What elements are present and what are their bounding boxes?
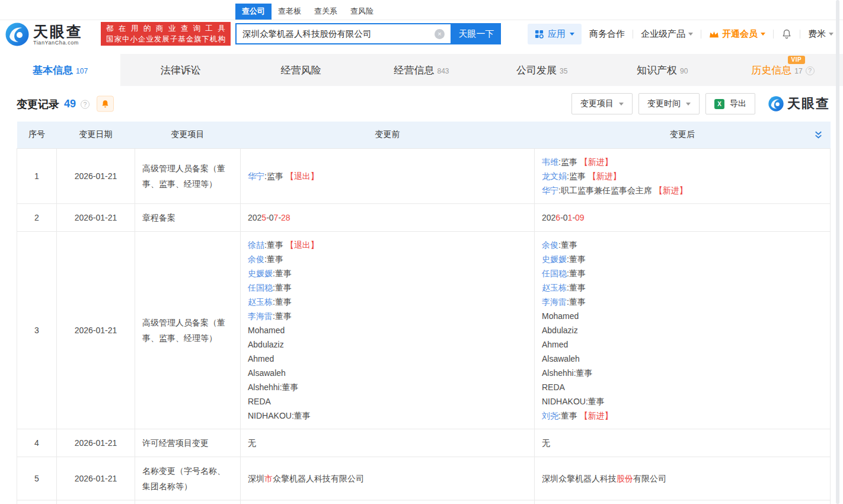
collapse-all-icon[interactable] — [813, 129, 823, 140]
help-icon[interactable]: ? — [806, 66, 815, 75]
person-link[interactable]: 徐喆 — [248, 240, 264, 250]
filter-change-item-button[interactable]: 变更项目 — [571, 93, 633, 114]
cell-line: 2025-07-28 — [248, 210, 527, 225]
column-header-date: 变更日期 — [57, 122, 135, 148]
change-tag: 【退出】 — [286, 240, 319, 250]
text-segment: Ahmed — [248, 354, 274, 363]
promo-line1: 都在用的商业查询工具 — [106, 23, 225, 34]
caret-down-icon — [761, 33, 765, 38]
notifications-button[interactable] — [781, 28, 792, 40]
search-tab-company[interactable]: 查公司 — [235, 4, 272, 20]
cell — [241, 500, 535, 504]
cell-date: 2026-01-21 — [57, 148, 135, 203]
menu-enterprise-products[interactable]: 企业级产品 — [641, 28, 693, 40]
caret-down-icon — [619, 103, 624, 108]
subscribe-bell-button[interactable] — [97, 96, 114, 112]
tab-business-info[interactable]: 经营信息843 — [361, 54, 481, 86]
tab-operation-risk[interactable]: 经营风险 — [241, 54, 361, 86]
text-segment: :董事 — [264, 254, 283, 264]
cell-date: 2026-01-21 — [57, 457, 135, 500]
person-link[interactable]: 余俊 — [248, 254, 264, 264]
cell-after: 深圳众擎机器人科技股份有限公司 — [535, 457, 831, 500]
cell-line: 赵玉栋:董事 — [248, 295, 527, 309]
search-box: × — [235, 23, 452, 44]
text-segment: :董事 — [567, 269, 586, 278]
menu-business-cooperation[interactable]: 商务合作 — [589, 28, 625, 40]
cell — [135, 500, 241, 504]
tab-label: 法律诉讼 — [161, 63, 201, 77]
person-link[interactable]: 任国稳 — [542, 269, 567, 278]
filter-change-time-button[interactable]: 变更时间 — [638, 93, 700, 114]
clear-search-icon[interactable]: × — [435, 29, 445, 39]
person-link[interactable]: 余俊 — [542, 240, 558, 250]
cell-after: 韦维:监事 【新进】龙文娟:监事 【新进】华宁:职工监事兼任监事会主席 【新进】 — [535, 148, 831, 203]
divider — [773, 30, 774, 39]
change-tag: 股份 — [617, 474, 633, 483]
change-tag: 28 — [281, 213, 290, 222]
cell-line: Mohamed — [248, 323, 527, 337]
caret-down-icon — [688, 33, 693, 38]
export-button[interactable]: X 导出 — [705, 93, 755, 114]
person-link[interactable]: 华宁 — [542, 186, 558, 195]
cell-no: 4 — [17, 429, 57, 457]
search-tab-relation[interactable]: 查关系 — [308, 4, 344, 20]
tab-development[interactable]: 公司发展35 — [482, 54, 602, 86]
tab-history-info[interactable]: 历史信息17VIP? — [723, 54, 843, 86]
person-link[interactable]: 任国稳 — [248, 283, 273, 292]
search-input[interactable] — [242, 29, 435, 39]
text-segment: REDA — [542, 382, 565, 392]
cell-line: Abdulaziz — [248, 337, 527, 352]
cell-before: 徐喆:董事 【退出】余俊:董事史媛媛:董事任国稳:董事赵玉栋:董事李海雷:董事M… — [241, 231, 535, 429]
cell-date: 2026-01-21 — [57, 203, 135, 231]
user-menu[interactable]: 费米 — [808, 28, 834, 40]
open-vip-button[interactable]: 开通会员 — [709, 28, 765, 40]
cell — [535, 500, 831, 504]
apps-menu[interactable]: 应用 — [528, 24, 582, 44]
person-link[interactable]: 华宁 — [248, 171, 264, 181]
help-icon[interactable]: ? — [81, 100, 90, 109]
tab-basic-info[interactable]: 基本信息107 — [0, 54, 120, 86]
search-button[interactable]: 天眼一下 — [452, 23, 501, 44]
person-link[interactable]: 李海雷 — [248, 311, 273, 321]
cell-item: 章程备案 — [135, 203, 241, 231]
change-tag: 5 — [261, 213, 266, 222]
person-link[interactable]: 赵玉栋 — [542, 283, 567, 292]
search-tab-risk[interactable]: 查风险 — [344, 4, 380, 20]
change-tag: 09 — [575, 213, 585, 222]
cell-before: 深圳市众擎机器人科技有限公司 — [241, 457, 535, 500]
tab-legal[interactable]: 法律诉讼 — [120, 54, 241, 86]
person-link[interactable]: 韦维 — [542, 157, 558, 167]
cell-line: REDA — [248, 394, 527, 409]
cell-line: Alsawaleh — [542, 352, 823, 366]
bell-icon — [101, 99, 110, 109]
person-link[interactable]: 史媛媛 — [542, 254, 567, 264]
cell-line: 华宁:监事 【退出】 — [248, 169, 527, 183]
person-link[interactable]: 赵玉栋 — [248, 297, 273, 307]
tab-label: 历史信息 — [751, 63, 791, 77]
tab-label: 经营信息 — [394, 63, 434, 77]
cell-line: NIDHAKOU:董事 — [542, 394, 823, 409]
tianyancha-logo[interactable]: 天眼查 TianYanCha.com — [5, 23, 83, 46]
search-tab-boss[interactable]: 查老板 — [272, 4, 308, 20]
person-link[interactable]: 龙文娟 — [542, 171, 567, 181]
page-scrollbar[interactable] — [836, 0, 839, 504]
cell-after: 无 — [535, 429, 831, 457]
person-link[interactable]: 刘尧 — [542, 411, 558, 420]
cell-line: 华宁:职工监事兼任监事会主席 【新进】 — [542, 183, 823, 197]
divider — [800, 30, 800, 39]
cell-line: 史媛媛:董事 — [542, 252, 823, 266]
cell-no: 1 — [17, 148, 57, 203]
column-header-item: 变更项目 — [135, 122, 241, 148]
person-link[interactable]: 史媛媛 — [248, 269, 273, 278]
cell-line: Abdulaziz — [542, 323, 823, 337]
brand-name: 天眼查 — [787, 95, 830, 113]
text-segment: :董事 — [273, 311, 292, 321]
text-segment: 深圳众擎机器人科技 — [542, 474, 617, 483]
person-link[interactable]: 李海雷 — [542, 297, 567, 307]
text-segment: Alshehhi:董事 — [542, 368, 593, 378]
text-segment: :董事 — [567, 283, 586, 292]
bell-icon — [781, 28, 792, 40]
promo-badge[interactable]: 都在用的商业查询工具 国家中小企业发展子基金旗下机构 — [101, 22, 231, 46]
cell-line: 刘尧:董事 【新进】 — [542, 409, 823, 423]
tab-intellectual-property[interactable]: 知识产权90 — [602, 54, 723, 86]
